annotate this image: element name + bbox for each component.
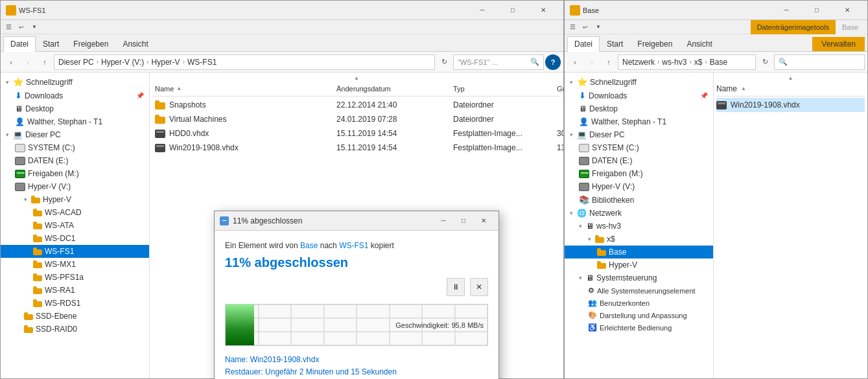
- right-close-button[interactable]: ✕: [832, 1, 862, 20]
- left-addr-hyperv[interactable]: Hyper-V: [152, 58, 180, 67]
- sidebar-ws-ra1[interactable]: WS-RA1: [1, 284, 149, 297]
- right-sidebar-desktop[interactable]: 🖥 Desktop: [565, 102, 713, 115]
- right-address-bar[interactable]: Netzwerk › ws-hv3 › x$ › Base: [618, 54, 756, 70]
- left-up-button[interactable]: ↑: [37, 54, 53, 70]
- right-netzwerk-arrow[interactable]: ▾: [570, 210, 573, 216]
- left-address-bar[interactable]: Dieser PC › Hyper-V (V:) › Hyper-V › WS-…: [54, 54, 435, 70]
- progress-cancel-button[interactable]: ✕: [470, 278, 488, 296]
- sidebar-ws-acad[interactable]: WS-ACAD: [1, 206, 149, 219]
- sidebar-freigaben-m[interactable]: Freigaben (M:): [1, 167, 149, 180]
- right-addr-ws-hv3[interactable]: ws-hv3: [662, 58, 686, 67]
- left-tab-ansicht[interactable]: Ansicht: [115, 36, 155, 51]
- right-sidebar-user[interactable]: 👤 Walther, Stephan - T1: [565, 115, 713, 128]
- right-addr-x-dollar[interactable]: x$: [694, 58, 703, 67]
- hyperv-arrow[interactable]: ▾: [24, 196, 27, 203]
- progress-minimize-button[interactable]: ─: [434, 212, 453, 230]
- right-sidebar-systemsteuerung[interactable]: ▾ 🖥 Systemsteuerung: [565, 271, 713, 284]
- sidebar-ssd-ebene[interactable]: SSD-Ebene: [1, 310, 149, 323]
- right-file-row-win2019[interactable]: Win2019-1908.vhdx: [716, 98, 865, 112]
- sidebar-ssd-raid0[interactable]: SSD-RAID0: [1, 323, 149, 336]
- sidebar-ws-rds1[interactable]: WS-RDS1: [1, 297, 149, 310]
- sidebar-user[interactable]: 👤 Walther, Stephan - T1: [1, 115, 149, 128]
- right-tab-freigeben[interactable]: Freigeben: [630, 36, 679, 51]
- progress-source[interactable]: Base: [300, 241, 318, 250]
- right-up-button[interactable]: ↑: [601, 54, 616, 70]
- right-sidebar-schnellzugriff[interactable]: ▾ ⭐ Schnellzugriff: [565, 75, 713, 89]
- right-sidebar-erleichterte[interactable]: ♿ Erleichterte Bedienung: [565, 321, 713, 334]
- schnellzugriff-arrow[interactable]: ▾: [6, 79, 9, 86]
- right-sidebar-darstellung[interactable]: 🎨 Darstellung und Anpassung: [565, 309, 713, 321]
- right-addr-base[interactable]: Base: [710, 58, 727, 67]
- file-row-hdd0[interactable]: HDD0.vhdx 15.11.2019 14:54 Festplatten-I…: [152, 126, 561, 141]
- right-sidebar-x-dollar[interactable]: ▾ x$: [565, 233, 713, 246]
- right-refresh-button[interactable]: ↻: [757, 54, 773, 70]
- right-forward-button[interactable]: ›: [584, 54, 600, 70]
- sidebar-dieser-pc[interactable]: ▾ 💻 Dieser PC: [1, 128, 149, 141]
- right-sidebar-hyperv-folder[interactable]: Hyper-V: [565, 258, 713, 271]
- left-addr-dieser-pc[interactable]: Dieser PC: [58, 58, 94, 67]
- right-sidebar-freigaben-m[interactable]: Freigaben (M:): [565, 167, 713, 180]
- sidebar-system-c[interactable]: SYSTEM (C:): [1, 141, 149, 154]
- right-sidebar-benutzerkonten[interactable]: 👥 Benutzerkonten: [565, 297, 713, 309]
- right-minimize-button[interactable]: ─: [771, 1, 801, 20]
- right-qt-back-icon[interactable]: ↩: [580, 22, 591, 32]
- scroll-up[interactable]: ▲: [152, 75, 561, 81]
- right-sidebar-alle-ctrl[interactable]: ⚙ Alle Systemsteuerungselement: [565, 284, 713, 297]
- left-search-box[interactable]: "WS-FS1" ... 🔍: [453, 54, 544, 70]
- right-sidebar-base[interactable]: Base: [565, 246, 713, 258]
- right-sidebar-netzwerk[interactable]: ▾ 🌐 Netzwerk: [565, 207, 713, 220]
- progress-destination[interactable]: WS-FS1: [339, 241, 368, 250]
- left-tab-start[interactable]: Start: [36, 36, 66, 51]
- right-sidebar-dieser-pc[interactable]: ▾ 💻 Dieser PC: [565, 128, 713, 141]
- right-back-button[interactable]: ‹: [567, 54, 583, 70]
- right-sidebar-ws-hv3[interactable]: ▾ 🖥 ws-hv3: [565, 220, 713, 233]
- sidebar-desktop[interactable]: 🖥 Desktop: [1, 102, 149, 115]
- right-tab-start[interactable]: Start: [600, 36, 630, 51]
- right-sidebar-system-c[interactable]: SYSTEM (C:): [565, 141, 713, 154]
- sidebar-daten-e[interactable]: DATEN (E:): [1, 154, 149, 167]
- right-sidebar-hyperv-v[interactable]: Hyper-V (V:): [565, 180, 713, 193]
- file-row-win2019[interactable]: Win2019-1908.vhdx 15.11.2019 14:54 Festp…: [152, 141, 561, 155]
- col-header-size[interactable]: Größe: [554, 85, 563, 93]
- right-maximize-button[interactable]: □: [802, 1, 832, 20]
- sidebar-ws-ata[interactable]: WS-ATA: [1, 219, 149, 232]
- right-schnellzugriff-arrow[interactable]: ▾: [570, 79, 573, 86]
- sidebar-ws-pfs1a[interactable]: WS-PFS1a: [1, 271, 149, 284]
- right-tab-datei[interactable]: Datei: [567, 36, 600, 52]
- left-back-button[interactable]: ‹: [3, 54, 19, 70]
- right-systemsteuerung-arrow[interactable]: ▾: [579, 275, 582, 281]
- right-x-dollar-arrow[interactable]: ▾: [588, 236, 591, 242]
- right-sidebar-daten-e[interactable]: DATEN (E:): [565, 154, 713, 167]
- col-header-date[interactable]: Änderungsdatum: [334, 85, 451, 93]
- right-qt-dropdown-icon[interactable]: ▼: [593, 22, 604, 32]
- left-refresh-button[interactable]: ↻: [436, 54, 452, 70]
- left-addr-wsfs1[interactable]: WS-FS1: [187, 58, 217, 67]
- left-tab-datei[interactable]: Datei: [3, 36, 36, 52]
- right-sidebar-bibliotheken[interactable]: 📚 Bibliotheken: [565, 193, 713, 207]
- dieser-pc-arrow[interactable]: ▾: [6, 132, 9, 138]
- right-search-box[interactable]: 🔍: [774, 54, 865, 70]
- file-row-snapshots[interactable]: Snapshots 22.12.2014 21:40 Dateiordner: [152, 98, 561, 112]
- right-ws-hv3-arrow[interactable]: ▾: [579, 223, 582, 229]
- right-sidebar-downloads[interactable]: ⬇ Downloads 📌: [565, 89, 713, 102]
- sidebar-ws-fs1[interactable]: WS-FS1: [1, 245, 149, 258]
- sidebar-downloads[interactable]: ⬇ Downloads 📌: [1, 89, 149, 102]
- col-header-type[interactable]: Typ: [451, 85, 554, 93]
- right-tab-ansicht[interactable]: Ansicht: [679, 36, 719, 51]
- sidebar-hyperv-v[interactable]: Hyper-V (V:): [1, 180, 149, 193]
- right-qt-menu-icon[interactable]: ☰: [567, 22, 578, 32]
- col-header-name[interactable]: Name ▲: [152, 85, 334, 93]
- qt-menu-icon[interactable]: ☰: [3, 22, 14, 32]
- sidebar-ws-mx1[interactable]: WS-MX1: [1, 258, 149, 271]
- sidebar-schnellzugriff[interactable]: ▾ ⭐ Schnellzugriff: [1, 75, 149, 89]
- qt-back-icon[interactable]: ↩: [16, 22, 27, 32]
- right-scroll-up[interactable]: ▲: [716, 75, 865, 81]
- left-minimize-button[interactable]: ─: [467, 1, 497, 20]
- sidebar-ws-dc1[interactable]: WS-DC1: [1, 232, 149, 245]
- progress-close-button[interactable]: ✕: [474, 212, 493, 230]
- right-col-header-name[interactable]: Name ▲: [716, 84, 865, 93]
- file-row-virtual-machines[interactable]: Virtual Machines 24.01.2019 07:28 Dateio…: [152, 112, 561, 126]
- left-addr-hyperv-v[interactable]: Hyper-V (V:): [101, 58, 144, 67]
- left-tab-freigeben[interactable]: Freigeben: [66, 36, 115, 51]
- right-addr-netzwerk[interactable]: Netzwerk: [622, 58, 655, 67]
